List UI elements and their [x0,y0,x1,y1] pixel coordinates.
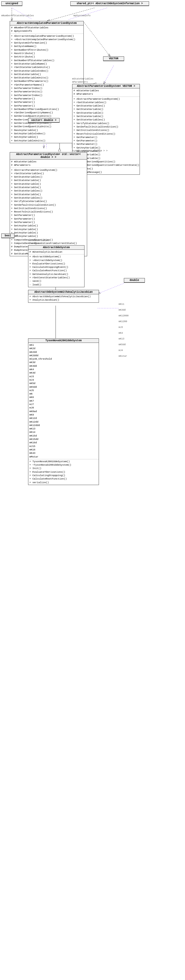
method-14: + GetNumberOfParameters() [11,80,82,83]
double-title: double [124,278,145,283]
tn-attr-2: mK2d [29,347,97,350]
dp-m-20: + SetAnyVariable() [11,234,86,238]
tn-attr-29: mK16d [29,441,97,444]
mStateVariables2-label: mStateVariables [28,239,49,242]
method-19: + HasParameter() [11,97,82,100]
mN-float-label: mN [15,234,18,237]
tn-m-6: + CalculateRootFunction() [29,477,97,480]
tn-attr-8: mK4 [29,368,97,371]
tn-m-1: + TysonNovak2001OdeSystem() [29,460,97,463]
abstract-param-double-title: AbstractParameterisedSystem< std::vector… [10,153,87,159]
ode-m-3: + EvaluateYDerivatives() [29,262,83,266]
mk12000-label: mK12000 [119,315,129,317]
mk11-label: mK11 [119,303,129,305]
method-13: + GetStateVariableUnits() [11,76,82,80]
vec-m-4: + GetStateVariable() [73,108,139,111]
method-27: + GetDerivedQuantityUnits() [11,125,82,128]
dp-attr-1: # mStateVariables [11,160,86,164]
tn-attr-6: mK3d [29,361,97,364]
dp-m-22: + ComputeDerivedQuantitiesFromCurrentSta… [11,242,86,245]
abstract-ode-jacobian-methods: + AbstractOdeSystemWithAnalyticJacobian(… [28,294,99,302]
ode-attr-1: # mUseAnalyticJacobian [29,250,83,254]
vec-m-9: + SetDefaultInitialCondition() [73,125,139,129]
method-30: + GetAnyVariable() [11,135,82,139]
dp-m-1: + AbstractParameterisedSystem() [11,169,86,172]
dp-m-15: + GetParameter() [11,217,86,221]
tn-attr-23: mK12dd [29,420,97,424]
ode-m-6: + GetUseAnalyticJacobian() [29,272,83,276]
method-29: + GetAnyVariableIndex() [11,132,82,135]
abstract-ode-jacobian-title: AbstractOdeSystemWithAnalyticJacobian [28,290,99,294]
tn-attr-25: mK13 [29,427,97,430]
dp-m-17: + GetAnyVariable() [11,224,86,228]
vec-m-10: + GetInitialConditions() [73,129,139,132]
vec-attr-1: # mStateVariables [73,89,139,92]
abstract-untemplated-attrs: # mNumberOfStateVariables # mpSystemInfo [10,25,83,34]
method-2: + ~AbstractUntemplatedParameterisedSyste… [11,38,82,41]
tn-attr-5: mCycB_threshold [29,357,97,361]
dp-m-10: + VerifyStateVariables() [11,200,86,203]
dp-m-2: + rGetStateVariables() [11,172,86,175]
mk5dd-label: mK5dd [119,344,129,346]
dp-m-3: + GetStateVariables() [11,175,86,179]
unsigned-box: unsigned [1,1,22,6]
vector-double-box: vector< double > [28,118,59,123]
method-31: + GetAnyVariableUnits() [11,139,82,142]
abstract-ode-box: AbstractOdeSystem # mUseAnalyticJacobian… [28,245,85,287]
tn-attr-11: mJ4 [29,378,97,382]
tn-attr-18: mJ7 [29,402,97,406]
method-16: + GetParameterIndex() [11,87,82,90]
method-1: + AbstractUntemplatedParameterisedSystem… [11,34,82,38]
vec-m-8: + VerifyStateVariables() [73,122,139,125]
std-vec-double-label: < std::vector< double > > [72,150,108,152]
tn-attr-33: mMstar [29,455,97,458]
tn-attr-20: mK8ad [29,410,97,413]
tn-m-3: + Init() [29,467,97,470]
vector-box: VECTOR [103,56,124,61]
method-4: + GetSystemName() [11,45,82,48]
dp-m-4: + GetStateVariable() [11,179,86,182]
ode-m-1: + AbstractOdeSystem() [29,255,83,258]
svg-line-6 [12,8,32,19]
dp-m-14: + GetParameter() [11,213,86,217]
method-22: + GetNumberOfDerivedQuantities() [11,108,82,111]
tyson-novak-title: TysonNovak2001OdeSystem [28,339,99,343]
dp-attr-2: # mParameters [11,164,86,167]
dp-m-6: + SetStateVariable() [11,186,86,189]
dp-m-16: + SetParameter() [11,221,86,224]
ode-m-9: - load() [29,283,83,286]
tn-attr-17: mK7 [29,399,97,402]
mk3dd-label: mK3dd [119,309,129,311]
vec-m-13: + GetParameter() [73,139,139,142]
vec-attr-2: # mParameters [73,92,139,96]
dp-m-8: + SetStateVariable() [11,193,86,196]
method-23: + rGetDerivedQuantityNames() [11,111,82,115]
tn-attr-4: mK2ddd [29,354,97,357]
abstract-ode-jacobian-box: AbstractOdeSystemWithAnalyticJacobian + … [28,290,99,303]
ode-m-4: + CalculateStoppingEvent() [29,266,83,269]
dp-m-13: + ResetToInitialConditions() [11,210,86,213]
method-3: + GetSystemInformation() [11,41,82,45]
double-box: double [124,278,145,283]
mParameters2-label: mParameters [28,242,43,245]
tn-attr-24: mK12ddd [29,424,97,427]
vec-m-5: + GetStateVariable() [73,111,139,115]
tyson-novak-methods: + TysonNovak2001OdeSystem() + ~TysonNova… [28,459,99,485]
vec-m-15: + GetAnyVariable() [73,146,139,150]
abstract-ode-attrs: # mUseAnalyticJacobian [28,250,84,255]
vec-m-1: + AbstractParameterisedSystem() [73,97,139,101]
method-10: + rGetStateVariableUnits() [11,65,82,69]
tn-attr-27: mK15d [29,434,97,438]
dp-m-12: + GetInitialConditions() [11,207,86,210]
mk13-label: mK13 [119,337,129,340]
mParameters-vec-label: mParameters [72,81,88,83]
ode-m-8: - save() [29,279,83,283]
tn-attr-32: mK43 [29,452,97,455]
diagram-container: unsigned shared_ptr< AbstractOdeSystemIn… [0,0,185,980]
shared-ptr-box: shared_ptr< AbstractOdeSystemInformation… [70,1,149,6]
tn-attr-9: mK4d [29,371,97,375]
method-12: + GetStateVariable() [11,73,82,76]
method-24: + GetDerivedQuantityUnits() [11,115,82,118]
tn-attr-10: mJ3 [29,375,97,378]
tyson-novak-attrs: mK1 mK2d mK2dd mK2ddd mCycB_threshold mK… [28,343,99,459]
